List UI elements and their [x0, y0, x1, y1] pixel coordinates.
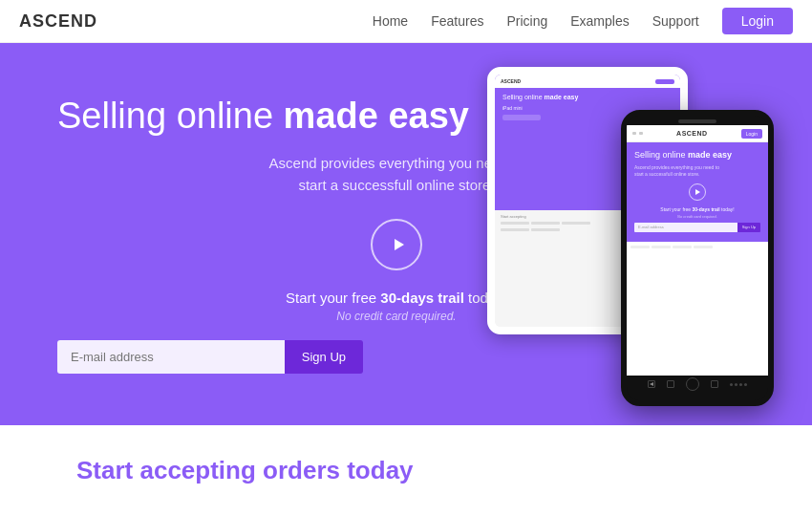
phone-cta-text: Start your free 30-days trail today! — [634, 206, 760, 212]
phone-signup-form: E-mail address Sign Up — [634, 223, 760, 232]
phone-play-button[interactable] — [689, 183, 706, 201]
tablet-bar-4 — [501, 228, 529, 231]
phone-back-btn[interactable] — [648, 380, 655, 388]
phone-nav-icon-2 — [639, 132, 643, 135]
hero-signup-form: Sign Up — [57, 340, 363, 374]
phone-hero-subtitle: Ascend provides everything you need tost… — [634, 164, 760, 178]
phone-login-btn[interactable]: Login — [741, 129, 762, 139]
hero-section: Selling online made easy Ascend provides… — [0, 43, 812, 425]
phone-bar-2 — [652, 246, 671, 248]
tablet-bar-2 — [531, 222, 560, 225]
phone-back-icon — [650, 382, 653, 386]
navbar: ASCEND Home Features Pricing Examples Su… — [0, 0, 812, 43]
phone-dot-4 — [744, 383, 747, 386]
phone-signup-btn[interactable]: Sign Up — [737, 223, 760, 232]
nav-menu: Home Features Pricing Examples Support L… — [373, 12, 793, 30]
phone-menu-btn[interactable] — [667, 380, 674, 388]
phone-nav-icons — [632, 132, 643, 135]
phone-email-display: E-mail address — [634, 223, 737, 232]
tablet-nav-buttons — [655, 79, 674, 84]
email-input[interactable] — [57, 340, 285, 374]
phone-navbar: ASCEND Login — [627, 125, 768, 142]
svg-marker-1 — [695, 189, 700, 195]
tablet-logo: ASCEND — [501, 78, 521, 84]
phone-bar-4 — [694, 246, 713, 248]
device-mockups: ASCEND Selling online made easy iPad min… — [439, 53, 783, 425]
phone-speaker — [678, 119, 716, 123]
phone-recent-btn[interactable] — [711, 380, 718, 388]
brand-logo: ASCEND — [19, 11, 97, 32]
phone-hero-area: Selling online made easy Ascend provides… — [627, 142, 768, 242]
phone-play-icon — [694, 188, 701, 196]
nav-item-features[interactable]: Features — [431, 12, 483, 30]
svg-marker-2 — [650, 382, 653, 386]
nav-item-login[interactable]: Login — [722, 12, 793, 30]
tablet-bar-5 — [531, 228, 560, 231]
tablet-hero-title: Selling online made easy — [502, 94, 578, 101]
nav-item-support[interactable]: Support — [652, 12, 699, 30]
play-icon — [389, 235, 408, 254]
phone-bottom-bar — [627, 376, 768, 393]
phone-mockup: ASCEND Login Selling online made easy As… — [621, 110, 774, 406]
phone-nav-icon-1 — [632, 132, 636, 135]
nav-item-examples[interactable]: Examples — [570, 12, 629, 30]
phone-lower-area — [627, 242, 768, 376]
tablet-ipad-label: iPad mini — [502, 105, 523, 111]
nav-item-pricing[interactable]: Pricing — [506, 12, 547, 30]
phone-no-card: No credit card required. — [634, 214, 760, 219]
phone-logo: ASCEND — [676, 130, 708, 137]
svg-marker-0 — [395, 239, 404, 250]
nav-item-home[interactable]: Home — [373, 12, 408, 30]
tablet-navbar: ASCEND — [495, 75, 680, 88]
phone-nav-dots — [730, 383, 747, 386]
play-button[interactable] — [371, 219, 422, 270]
bottom-headline: Start accepting orders today — [76, 456, 414, 485]
phone-bar-3 — [673, 246, 692, 248]
phone-bar-1 — [630, 246, 650, 248]
phone-dot-3 — [739, 383, 742, 386]
tablet-bar-1 — [501, 222, 529, 225]
bottom-section: Start accepting orders today — [0, 425, 812, 516]
phone-dot-1 — [730, 383, 733, 386]
phone-hero-title: Selling online made easy — [634, 150, 760, 161]
tablet-cta-bar — [502, 115, 541, 120]
phone-home-btn[interactable] — [686, 377, 699, 391]
phone-screen: ASCEND Login Selling online made easy As… — [627, 125, 768, 376]
tablet-bar-3 — [562, 222, 590, 225]
phone-content-bars — [630, 246, 764, 248]
signup-button[interactable]: Sign Up — [285, 340, 363, 374]
phone-dot-2 — [735, 383, 737, 386]
